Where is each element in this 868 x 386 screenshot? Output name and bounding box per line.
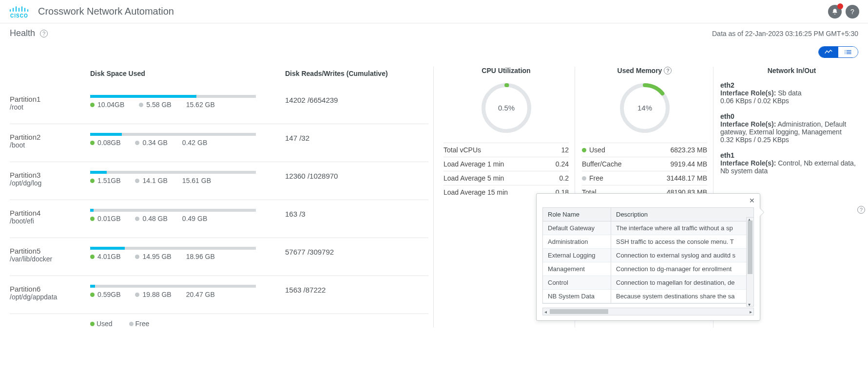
table-row: ManagementConnection to dg-manager for e… [543,262,753,276]
interface-roles: Sb data [778,89,801,97]
role-desc-cell: Connection to magellan for destination, … [611,276,753,289]
notification-badge [837,3,843,9]
free-value: 5.58 GB [146,101,171,109]
stat-dot-icon [582,176,586,181]
table-row: NB System DataBecause system destination… [543,290,753,303]
stat-value: 0.24 [556,160,569,168]
free-value: 14.1 GB [142,177,167,184]
cpu-stat-row: Total vCPUs12 [444,143,569,157]
used-dot-icon [90,217,95,221]
popup-col-desc: Description [611,208,753,221]
stat-label: Free [589,174,603,182]
disk-rw-value: 147 /32 [285,133,428,142]
used-value: 0.08GB [97,139,120,147]
close-icon[interactable]: ✕ [749,197,755,204]
partition-path: /boot [10,141,90,149]
free-value: 19.88 GB [142,291,171,298]
role-desc-cell: The interface where all traffic without … [611,221,753,235]
view-toggle [818,46,858,58]
notifications-icon[interactable] [828,5,842,18]
health-help-icon[interactable]: ? [40,30,48,37]
stat-label: Load Average 5 min [444,174,504,182]
partition-path: /root [10,103,90,111]
legend-used: Used [96,320,113,328]
partition-path: /var/lib/docker [10,255,90,263]
free-value: 0.34 GB [142,139,167,147]
free-dot-icon [135,141,139,145]
free-dot-icon [135,179,139,183]
stat-value: 0.2 [559,174,569,182]
role-desc-cell: Because system destinations share the sa [611,290,753,303]
free-dot-icon [135,217,139,221]
partition-path: /opt/dg/appdata [10,293,90,301]
roles-label: Interface Role(s): [720,159,776,167]
svg-text:CISCO: CISCO [10,13,28,18]
partition-path: /boot/efi [10,217,90,225]
memory-help-icon[interactable]: ? [664,67,672,74]
cpu-title: CPU Utilization [444,67,569,74]
interface-name: eth2 [720,81,863,89]
free-value: 14.95 GB [142,253,171,260]
disk-usage-bar [90,247,256,250]
disk-space-header: Disk Space Used [90,70,285,77]
partition-row: Partition2 /boot 0.08GB 0.34 GB 0.42 GB … [10,124,428,162]
partition-label: Partition5 [10,247,90,255]
data-as-of: Data as of 22-Jan-2023 03:16:25 PM GMT+5… [712,30,858,37]
free-dot-icon [135,293,139,297]
stat-value: 9919.44 MB [671,160,708,168]
disk-rw-header: Disk Reads/Writes (Cumulative) [285,70,428,77]
view-chart-button[interactable] [819,47,838,57]
stat-value: 31448.17 MB [667,174,707,182]
stat-value: 12 [561,146,569,154]
cisco-logo: CISCO [9,5,31,18]
table-row: Default GatewayThe interface where all t… [543,221,753,235]
total-value: 15.61 GB [182,177,211,184]
interface-name: eth0 [720,112,863,120]
used-value: 0.59GB [97,291,120,298]
role-desc-cell: Connection to dg-manager for enrollment [611,262,753,276]
partition-path: /opt/dg/log [10,179,90,187]
role-desc-cell: Connection to external syslog and auditd… [611,249,753,262]
svg-text:14%: 14% [637,104,652,112]
table-row: External LoggingConnection to external s… [543,249,753,262]
network-title: Network In/Out [720,67,863,74]
total-value: 0.49 GB [182,215,207,222]
interface-help-icon[interactable]: ? [857,206,865,214]
roles-tooltip: ✕ Role Name Description Default GatewayT… [536,193,760,321]
role-name-cell: Control [543,276,611,289]
stat-label: Load Average 15 min [444,188,508,196]
stat-dot-icon [582,148,586,152]
partition-label: Partition4 [10,209,90,217]
disk-usage-bar [90,95,256,98]
role-name-cell: External Logging [543,249,611,262]
used-value: 0.01GB [97,215,120,222]
role-name-cell: Default Gateway [543,221,611,235]
partition-row: Partition1 /root 10.04GB 5.58 GB 15.62 G… [10,86,428,124]
popup-scrollbar-x[interactable]: ◂ ▸ [542,308,754,315]
view-list-button[interactable] [838,47,858,57]
partition-row: Partition5 /var/lib/docker 4.01GB 14.95 … [10,238,428,276]
app-title: Crosswork Network Automation [38,6,174,17]
disk-rw-value: 57677 /309792 [285,247,428,256]
help-icon[interactable]: ? [846,5,859,18]
cpu-stat-row: Load Average 5 min0.2 [444,171,569,185]
stat-label: Buffer/Cache [582,160,621,168]
partition-label: Partition1 [10,95,90,103]
disk-rw-value: 1563 /87222 [285,285,428,294]
popup-scrollbar-y[interactable]: ▴ ▾ [746,217,754,307]
interface-rate: 0.06 KBps / 0.02 KBps [720,97,863,105]
used-value: 10.04GB [97,101,124,109]
role-name-cell: NB System Data [543,290,611,303]
role-name-cell: Administration [543,235,611,248]
disk-usage-bar [90,133,256,136]
svg-text:0.5%: 0.5% [498,104,514,112]
role-desc-cell: SSH traffic to access the console menu. … [611,235,753,248]
disk-usage-bar [90,171,256,174]
used-dot-icon [90,179,95,183]
total-value: 15.62 GB [186,101,215,109]
roles-label: Interface Role(s): [720,89,776,97]
used-value: 4.01GB [97,253,120,260]
interface-rate: 0.32 KBps / 0.25 KBps [720,136,863,144]
total-value: 20.47 GB [186,291,215,298]
legend: Used Free [10,314,428,328]
